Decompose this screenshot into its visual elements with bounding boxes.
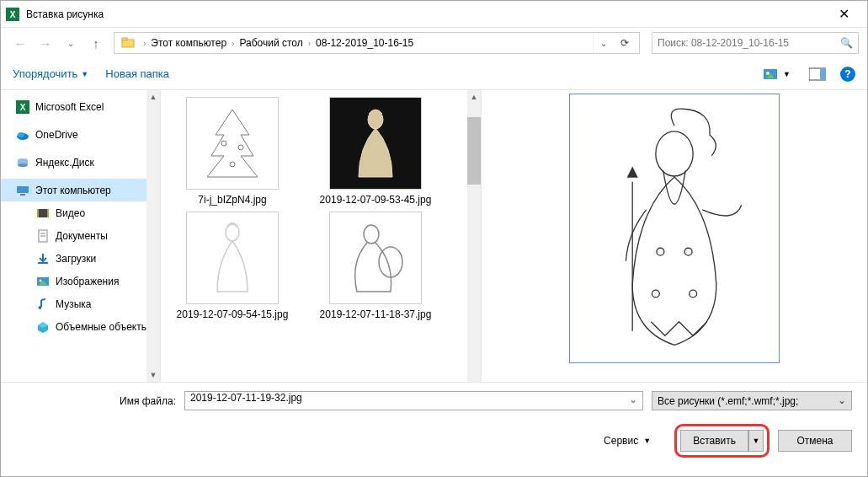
navbar: ← → ⌄ ↑ › Этот компьютер › Рабочий стол …	[1, 28, 867, 58]
sidebar-item-label: Документы	[56, 230, 108, 242]
file-thumbnail	[186, 97, 279, 190]
crumb-mid[interactable]: Рабочий стол	[239, 37, 302, 49]
search-input[interactable]: Поиск: 08-12-2019_10-16-15 🔍	[652, 32, 859, 54]
sidebar-item-images[interactable]: Изображения	[1, 270, 160, 292]
video-icon	[36, 206, 50, 220]
filename-input[interactable]: 2019-12-07-11-19-32.jpg	[184, 391, 643, 410]
svg-text:X: X	[10, 10, 16, 19]
filetype-select[interactable]: Все рисунки (*.emf;*.wmf;*.jpg;	[652, 391, 852, 410]
scrollbar-thumb[interactable]	[467, 117, 481, 185]
svg-point-31	[221, 141, 226, 146]
service-menu[interactable]: Сервис ▼	[604, 435, 651, 447]
sidebar-item-excel[interactable]: XMicrosoft Excel	[1, 95, 160, 118]
file-thumbnail	[329, 97, 422, 190]
svg-rect-8	[820, 68, 826, 80]
scroll-up-icon[interactable]: ▲	[146, 90, 160, 104]
titlebar: X Вставка рисунка ✕	[1, 1, 867, 28]
recent-dropdown[interactable]: ⌄	[60, 32, 82, 54]
help-button[interactable]: ?	[840, 67, 855, 82]
scroll-up-icon[interactable]: ▲	[467, 90, 481, 104]
file-item[interactable]: 7i-j_bIZpN4.jpg	[161, 95, 304, 208]
svg-point-12	[18, 132, 24, 137]
preview-pane	[481, 90, 867, 382]
back-button[interactable]: ←	[9, 32, 31, 54]
sidebar-item-pc[interactable]: Этот компьютер	[1, 179, 160, 201]
new-folder-label: Новая папка	[105, 67, 169, 80]
sidebar-item-label: Загрузки	[56, 253, 96, 265]
sidebar: XMicrosoft ExcelOneDriveЯндекс.ДискЭтот …	[1, 90, 161, 382]
filetype-value: Все рисунки (*.emf;*.wmf;*.jpg;	[658, 395, 798, 407]
up-button[interactable]: ↑	[85, 32, 107, 54]
new-folder-button[interactable]: Новая папка	[105, 67, 169, 80]
filename-value: 2019-12-07-11-19-32.jpg	[190, 392, 302, 404]
sidebar-item-onedrive[interactable]: OneDrive	[1, 123, 160, 146]
organize-label: Упорядочить	[13, 67, 77, 80]
file-name: 7i-j_bIZpN4.jpg	[166, 193, 299, 206]
crumb-leaf[interactable]: 08-12-2019_10-16-15	[316, 37, 413, 49]
organize-menu[interactable]: Упорядочить ▼	[13, 67, 88, 80]
file-list-pane: 7i-j_bIZpN4.jpg2019-12-07-09-53-45.jpg20…	[161, 90, 481, 382]
folder-icon	[121, 36, 135, 50]
sidebar-item-downloads[interactable]: Загрузки	[1, 247, 160, 270]
svg-point-26	[40, 279, 42, 281]
sidebar-item-label: Видео	[56, 207, 85, 219]
sidebar-item-label: Яндекс.Диск	[35, 157, 94, 169]
scroll-down-icon[interactable]: ▼	[146, 368, 160, 382]
docs-icon	[36, 229, 50, 243]
svg-rect-3	[122, 38, 127, 40]
svg-point-28	[39, 306, 42, 309]
file-name: 2019-12-07-11-18-37.jpg	[309, 308, 442, 321]
file-item[interactable]: 2019-12-07-09-53-45.jpg	[304, 95, 447, 208]
file-scrollbar[interactable]: ▲	[467, 90, 481, 382]
address-dropdown[interactable]: ⌄	[593, 33, 614, 53]
forward-button[interactable]: →	[35, 32, 56, 54]
svg-point-33	[230, 162, 235, 167]
file-thumbnail	[186, 212, 279, 304]
breadcrumb[interactable]: › Этот компьютер › Рабочий стол › 08-12-…	[114, 32, 640, 54]
file-item[interactable]: 2019-12-07-11-18-37.jpg	[304, 210, 447, 323]
excel-icon: X	[16, 100, 29, 114]
sidebar-item-docs[interactable]: Документы	[1, 224, 160, 247]
file-thumbnail	[329, 212, 422, 304]
file-item[interactable]: 2019-12-07-09-54-15.jpg	[161, 210, 304, 323]
sidebar-item-yadisk[interactable]: Яндекс.Диск	[1, 151, 160, 174]
chevron-right-icon: ›	[143, 39, 146, 48]
insert-dropdown[interactable]: ▼	[748, 430, 764, 452]
cancel-label: Отмена	[796, 435, 833, 447]
insert-split-button[interactable]: Вставить ▼	[680, 430, 764, 452]
window-title: Вставка рисунка	[26, 8, 104, 20]
close-button[interactable]: ✕	[827, 6, 860, 22]
music-icon	[36, 297, 50, 311]
file-name: 2019-12-07-09-53-45.jpg	[309, 193, 442, 206]
svg-text:X: X	[20, 103, 26, 112]
cancel-button[interactable]: Отмена	[778, 430, 852, 452]
insert-label: Вставить	[693, 435, 736, 447]
svg-rect-16	[17, 186, 29, 193]
sidebar-item-music[interactable]: Музыка	[1, 292, 160, 315]
sidebar-item-label: Microsoft Excel	[35, 101, 104, 113]
view-mode-button[interactable]: ▼	[759, 65, 795, 83]
svg-rect-20	[47, 209, 49, 217]
chevron-right-icon: ›	[232, 39, 234, 48]
chevron-down-icon: ▼	[783, 70, 791, 78]
chevron-right-icon: ›	[308, 39, 311, 48]
sidebar-item-label: Изображения	[56, 276, 119, 287]
svg-point-42	[684, 248, 692, 255]
chevron-down-icon: ▼	[81, 70, 88, 78]
refresh-button[interactable]: ⟳	[614, 32, 636, 54]
svg-point-32	[238, 145, 243, 150]
sidebar-item-3d[interactable]: Объемные объекты	[1, 315, 160, 338]
svg-rect-19	[37, 209, 39, 217]
svg-point-36	[364, 225, 379, 244]
footer: Имя файла: 2019-12-07-11-19-32.jpg Все р…	[1, 382, 867, 468]
sidebar-item-label: Музыка	[56, 298, 91, 310]
sidebar-scrollbar[interactable]: ▲ ▼	[146, 90, 160, 382]
sidebar-item-label: Этот компьютер	[35, 185, 111, 196]
preview-pane-button[interactable]	[805, 65, 830, 83]
insert-button[interactable]: Вставить	[680, 430, 748, 452]
pc-icon	[16, 184, 29, 197]
sidebar-item-video[interactable]: Видео	[1, 201, 160, 224]
crumb-root[interactable]: Этот компьютер	[151, 37, 226, 49]
sidebar-item-label: OneDrive	[35, 129, 78, 141]
svg-point-38	[656, 131, 693, 176]
